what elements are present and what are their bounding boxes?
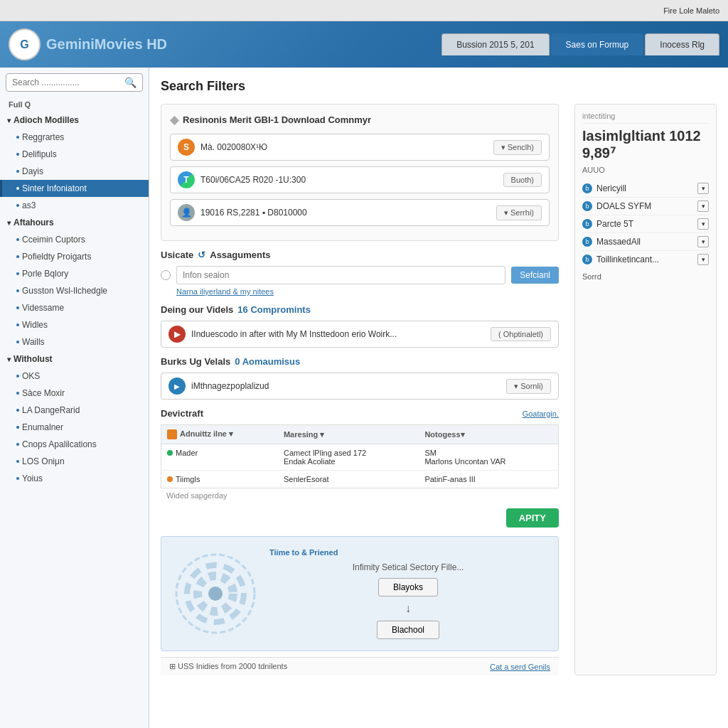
- filter-row-button[interactable]: Buoth): [503, 173, 542, 187]
- filter-row-icon: 👤: [178, 204, 195, 221]
- sidebar-item-sace[interactable]: Sàce Moxir: [0, 385, 149, 402]
- sidebar-item-oks[interactable]: OKS: [0, 368, 149, 385]
- table-cell-maresing: Camect lPling ased 172Endak Acoliate: [278, 444, 419, 471]
- interesting-item-dot: b: [582, 183, 592, 193]
- nav-tab-tab1[interactable]: Bussion 2015 5, 201: [441, 33, 549, 55]
- sidebar-item-label: Yoius: [22, 473, 43, 483]
- sidebar-section-witholust[interactable]: ▾Witholust: [0, 350, 149, 368]
- table-cell-name: Tiimgls: [161, 471, 278, 488]
- blachool-button[interactable]: Blachool: [377, 621, 439, 639]
- sidebar-item-sinter[interactable]: Sinter Infoniatont: [0, 180, 149, 197]
- sidebar-item-label: Waills: [22, 337, 45, 347]
- filter-section: ◆ Resinonis Merit GBI-1 Download Comnmyr…: [161, 104, 559, 241]
- sidebar-item-dayis[interactable]: Dayis: [0, 163, 149, 180]
- sidebar-item-label: Videssame: [22, 303, 64, 313]
- apply-button[interactable]: APITY: [506, 508, 559, 528]
- interesting-item: b DOALS SYFM ▾: [582, 198, 709, 215]
- sidebar-item-delifipuls[interactable]: Delifipuls: [0, 146, 149, 163]
- sidebar-item-waills[interactable]: Waills: [0, 333, 149, 350]
- sidebar-item-gusston[interactable]: Gusston Wsl-Ilchedgle: [0, 282, 149, 299]
- search-box[interactable]: 🔍: [6, 73, 143, 92]
- filter-row-button[interactable]: ▾ Senclh): [493, 140, 542, 155]
- burks-count: 0 Aomaumisus: [235, 356, 300, 367]
- interesting-item-dropdown[interactable]: ▾: [697, 200, 709, 212]
- table-header-col0[interactable]: Adnuittz ilne ▾: [161, 425, 278, 444]
- page-title: Search Filters: [161, 79, 717, 94]
- sidebar-item-los[interactable]: LOS Oniμn: [0, 453, 149, 470]
- nav-tabs: Bussion 2015 5, 201Saes on FormupInocess…: [441, 33, 719, 55]
- usicate-input[interactable]: [176, 266, 505, 284]
- nav-tab-tab2[interactable]: Saes on Formup: [551, 33, 644, 55]
- filter-row: T T60i/06CA25 R020 -1U:300 Buoth): [170, 166, 550, 193]
- dot-icon: [16, 460, 19, 463]
- sidebar-item-enumalner[interactable]: Enumalner: [0, 419, 149, 436]
- sidebar-item-la_dange[interactable]: LA DangeRarid: [0, 402, 149, 419]
- radio-button[interactable]: [161, 270, 171, 280]
- interesting-item-text: DOALS SYFM: [596, 201, 693, 211]
- status-dot: [167, 476, 173, 482]
- dot-icon: [16, 204, 19, 207]
- interesting-panel-title: intectiting: [582, 112, 709, 124]
- interesting-item-dropdown[interactable]: ▾: [697, 254, 709, 265]
- dot-icon: [16, 289, 19, 292]
- interesting-value: Iasimlgltiant 1012 9,89⁷: [582, 128, 709, 161]
- sidebar-item-label: Widles: [22, 320, 48, 330]
- footer-link[interactable]: Cat a serd Genils: [490, 663, 550, 671]
- interesting-item-dropdown[interactable]: ▾: [697, 218, 709, 230]
- search-input[interactable]: [12, 77, 124, 87]
- burks-section: Burks Ug Velals 0 Aomaumisus ▶ iMthnagez…: [161, 356, 559, 400]
- dot-icon: [16, 170, 19, 173]
- sidebar-item-widles[interactable]: Widles: [0, 316, 149, 333]
- sidebar-item-cnops[interactable]: Cnops Apalilcations: [0, 436, 149, 453]
- filter-section-title: ◆ Resinonis Merit GBI-1 Download Comnmyr: [170, 113, 550, 127]
- sidebar-item-as3[interactable]: as3: [0, 197, 149, 214]
- dot-icon: [16, 443, 19, 446]
- interesting-item: b Parcte 5T ▾: [582, 215, 709, 233]
- sidebar-item-label: as3: [22, 200, 36, 210]
- goatargin-link[interactable]: Goatargin.: [523, 410, 559, 418]
- burks-icon: ▶: [168, 378, 186, 395]
- sidebar-section-adioch[interactable]: ▾Adioch Modilles: [0, 112, 149, 129]
- interesting-label: AUUO: [582, 166, 709, 174]
- dot-icon: [16, 238, 19, 241]
- interesting-item-dropdown[interactable]: ▾: [697, 236, 709, 247]
- interesting-item-dropdown[interactable]: ▾: [697, 183, 709, 194]
- sidebar-item-pofielrty[interactable]: Pofieldty Proigarts: [0, 248, 149, 265]
- logo-text: GeminiMovies HD: [46, 36, 167, 53]
- interesting-item-dot: b: [582, 255, 592, 264]
- table-header-col1[interactable]: Maresing ▾: [278, 425, 419, 444]
- sidebar-item-reggrates[interactable]: Reggrartes: [0, 129, 149, 146]
- filter-row-icon: T: [178, 171, 195, 188]
- sidebar-item-porle[interactable]: Porle Bqlory: [0, 265, 149, 282]
- search-button[interactable]: 🔍: [124, 77, 136, 88]
- optional-button[interactable]: ( Ohptinaletl): [491, 327, 551, 341]
- table-header-col2[interactable]: Notogess▾: [419, 425, 558, 444]
- interesting-item: b Toillinketincant... ▾: [582, 251, 709, 268]
- usicate-input-row: Sefcianl: [161, 266, 559, 284]
- send-button[interactable]: ▾ Sornli): [506, 379, 551, 394]
- sidebar-section-aftahours[interactable]: ▾Aftahours: [0, 214, 149, 231]
- sidebar-item-videssame[interactable]: Videssame: [0, 299, 149, 316]
- sidebar-item-label: OKS: [22, 371, 40, 381]
- select-button[interactable]: Sefcianl: [511, 267, 559, 284]
- doing-text: IInduescodo in after with My M Insttedoo…: [191, 329, 485, 339]
- sidebar-item-yoius[interactable]: Yoius: [0, 470, 149, 487]
- blayck-button[interactable]: Blayoks: [378, 578, 438, 596]
- main-content-flex: ◆ Resinonis Merit GBI-1 Download Comnmyr…: [161, 104, 717, 675]
- main-content-left: ◆ Resinonis Merit GBI-1 Download Comnmyr…: [161, 104, 559, 675]
- table-row: MaderCamect lPling ased 172Endak Acoliat…: [161, 444, 559, 471]
- burks-title: Burks Ug Velals 0 Aomaumisus: [161, 356, 559, 367]
- interesting-item-text: Parcte 5T: [596, 219, 693, 229]
- refresh-icon: ↺: [198, 250, 205, 260]
- sidebar-item-label: Porle Bqlory: [22, 269, 68, 279]
- interesting-item-dot: b: [582, 201, 592, 211]
- down-arrow-icon: ↓: [405, 602, 411, 615]
- sidebar-item-cceimin[interactable]: Cceimin Cuptors: [0, 231, 149, 248]
- dot-icon: [16, 272, 19, 275]
- nav-tab-tab3[interactable]: Inocess Rlg: [645, 33, 719, 55]
- dot-icon: [16, 323, 19, 326]
- usicate-hint[interactable]: Narna iliyerland & my nitees: [176, 287, 559, 296]
- filter-row-button[interactable]: ▾ Serrhi): [496, 205, 542, 220]
- interesting-sorrd: Sorrd: [582, 272, 709, 281]
- table-row: TiimglsSenlerEsoratPatinF-anas III: [161, 471, 559, 488]
